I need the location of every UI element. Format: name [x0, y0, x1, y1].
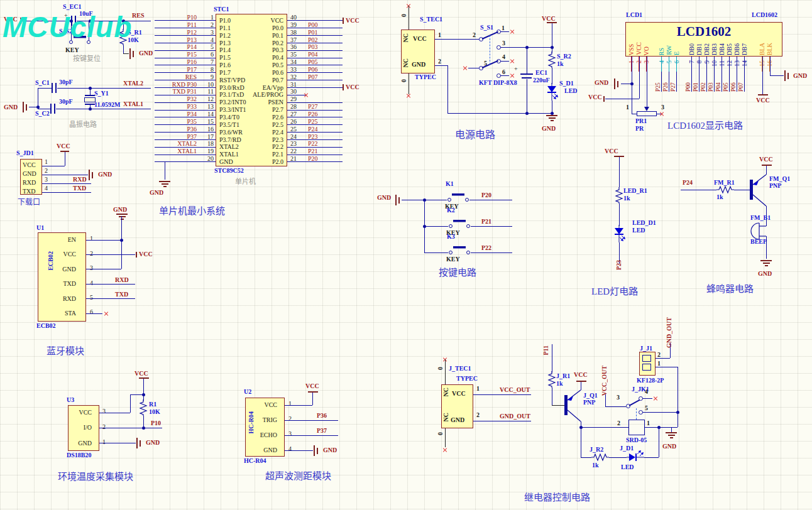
net-label-gnd: GND: [793, 73, 807, 79]
pin-number: 8: [696, 60, 703, 63]
pin-name: PSEN: [216, 99, 283, 106]
pin-name: ALE/PROG: [216, 91, 283, 99]
pin-number: 14: [207, 111, 214, 117]
relay-caption: 继电器控制电路: [524, 492, 590, 502]
pin-name: P0.6: [216, 69, 283, 77]
pin-name: TXD: [38, 276, 81, 291]
wire: [155, 20, 216, 21]
no-erc-icon: [659, 111, 664, 116]
pin-name: P2.1: [216, 151, 283, 158]
net-label-txd: TXD: [73, 185, 86, 192]
connector-pin-icon: [642, 355, 651, 362]
pin-number: 32: [290, 74, 297, 80]
wire: [642, 412, 678, 413]
pin-number: 15: [207, 119, 214, 125]
gnd-icon: [89, 170, 95, 180]
wire: [552, 405, 564, 406]
wire: [86, 269, 121, 269]
pin-name: STA: [38, 306, 81, 320]
pin-name: DB1: [696, 43, 703, 55]
net-label-gnd: GND: [139, 50, 153, 57]
net-label: P00: [308, 22, 318, 28]
wire: [130, 394, 131, 413]
power-caption: 电源电路: [455, 130, 495, 140]
pin-name: P0.5: [216, 62, 283, 69]
pin-name: DB2: [704, 43, 710, 55]
net-label-vcc: VCC: [346, 84, 359, 90]
pin-number: 5: [211, 44, 214, 50]
cap-ref: S_C2: [35, 111, 50, 117]
resistor-ref: S_R2: [557, 53, 571, 60]
wire: [647, 57, 647, 107]
wire: [155, 102, 216, 103]
pin-name: RXD: [38, 291, 81, 306]
mcuclub-logo: MCUclub: [3, 10, 132, 44]
potentiometer-icon: [637, 111, 657, 116]
lcd-pin: DB714: [741, 35, 749, 73]
pin-number: 16: [207, 126, 214, 133]
wire: [86, 254, 135, 255]
net-label-gnd: GND: [98, 171, 112, 178]
net-label-gnd: GND: [323, 447, 337, 453]
pin-number: 2: [473, 32, 476, 38]
net-label: P05: [308, 59, 318, 65]
resistor-value: 1k: [557, 61, 564, 67]
wire: [471, 226, 512, 227]
net-label: P16: [187, 59, 197, 65]
resistor-value: 1k: [716, 194, 723, 200]
wire: [285, 450, 313, 451]
net-label-vcc: VCC: [134, 371, 148, 377]
net-label-xtal1: XTAL1: [123, 101, 143, 107]
pin-number: 37: [290, 37, 297, 43]
pin-number: 6: [211, 52, 214, 58]
lcd-pin: DB18: [696, 35, 703, 73]
pin-row: P3212: [155, 99, 216, 106]
u2-part: HC-R04: [244, 458, 266, 464]
pin-number: 12: [727, 60, 733, 67]
net-label: P02: [308, 37, 318, 43]
resistor-ref: J_R2: [590, 447, 603, 453]
resistor-icon: [716, 186, 734, 193]
resistor-value: 1k: [556, 381, 563, 387]
pin-name: BLK: [767, 43, 773, 55]
wire: [770, 57, 771, 75]
pin-row: P134: [155, 40, 216, 47]
wire: [155, 43, 216, 43]
lcd-caption: LCD1602显示电路: [667, 121, 743, 131]
pin-name: VSS: [628, 44, 635, 55]
pin-name: VCC: [68, 405, 96, 420]
wire: [445, 428, 446, 447]
wire: [123, 53, 129, 54]
pin-zero-label: 0: [401, 14, 407, 17]
u3-pin-names: VCCI/OGND: [68, 405, 96, 451]
pin-number: 29: [290, 96, 297, 102]
net-label: P22: [308, 141, 318, 147]
bt-ref: U1: [36, 225, 44, 231]
net-label-res: RES: [132, 13, 144, 19]
connector-pin-icon: [642, 364, 651, 371]
net-label: P26: [662, 70, 670, 92]
wire: [42, 166, 65, 166]
pin-number: 3: [45, 176, 48, 183]
net-label: P15: [187, 52, 197, 58]
no-erc-icon: [406, 93, 411, 98]
wire: [155, 50, 216, 51]
cap-value: 30pF: [59, 79, 73, 85]
wire: [155, 161, 216, 162]
net-label: GND_OUT: [500, 413, 530, 420]
pin-number: 1: [476, 386, 480, 392]
net-label: P11: [187, 22, 197, 28]
pin-number: 2: [45, 167, 48, 174]
wire: [86, 313, 102, 314]
pin-number: 4: [90, 279, 93, 286]
led-value: LED: [564, 88, 578, 94]
relay-conn-ref: J_TEC1: [449, 366, 471, 372]
pnp-transistor-icon: [564, 386, 582, 424]
wire: [99, 443, 136, 443]
wire: [99, 428, 162, 428]
wire: [644, 457, 659, 458]
net-label: P23: [616, 260, 622, 270]
net-label-gnd: GND: [146, 440, 160, 446]
pin-number: 24: [290, 134, 297, 140]
pin-number: 2: [617, 420, 620, 426]
